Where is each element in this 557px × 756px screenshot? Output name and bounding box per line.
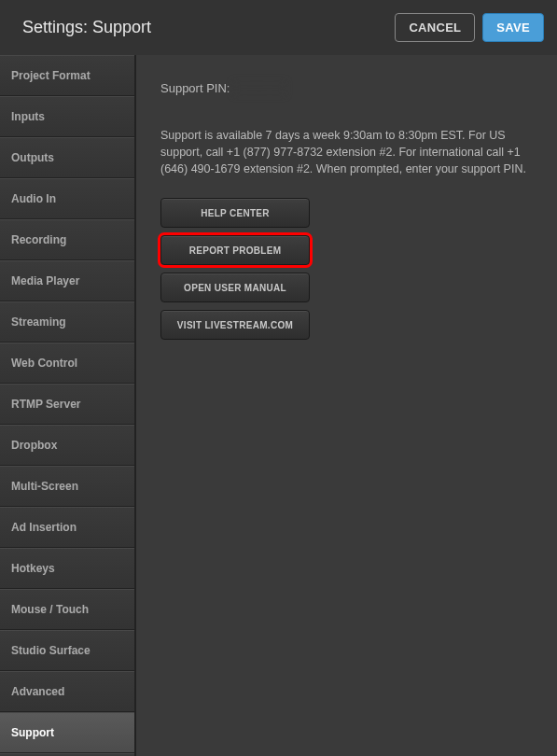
sidebar-item-studio-surface[interactable]: Studio Surface — [0, 630, 134, 671]
sidebar-item-audio-in[interactable]: Audio In — [0, 178, 134, 219]
action-buttons: HELP CENTER REPORT PROBLEM OPEN USER MAN… — [160, 198, 538, 340]
sidebar-item-multi-screen[interactable]: Multi-Screen — [0, 466, 134, 507]
sidebar-item-support[interactable]: Support — [0, 712, 134, 753]
sidebar-item-recording[interactable]: Recording — [0, 219, 134, 260]
support-pin-value: XXXXXX — [233, 81, 285, 95]
help-center-button[interactable]: HELP CENTER — [160, 198, 310, 228]
visit-livestream-button[interactable]: VISIT LIVESTREAM.COM — [160, 310, 310, 340]
support-pin-line: Support PIN: XXXXXX — [160, 81, 538, 95]
header-buttons: CANCEL SAVE — [395, 13, 544, 42]
page-title: Settings: Support — [22, 18, 151, 37]
sidebar-item-streaming[interactable]: Streaming — [0, 301, 134, 343]
sidebar-item-project-format[interactable]: Project Format — [0, 55, 134, 96]
body: Project Format Inputs Outputs Audio In R… — [0, 55, 557, 756]
support-pin-label: Support PIN: — [160, 81, 233, 95]
sidebar-item-advanced[interactable]: Advanced — [0, 671, 134, 712]
sidebar-item-outputs[interactable]: Outputs — [0, 137, 134, 178]
sidebar-item-dropbox[interactable]: Dropbox — [0, 425, 134, 466]
support-availability-text: Support is available 7 days a week 9:30a… — [160, 127, 529, 177]
cancel-button[interactable]: CANCEL — [395, 13, 475, 42]
sidebar-item-media-player[interactable]: Media Player — [0, 260, 134, 301]
sidebar-item-hotkeys[interactable]: Hotkeys — [0, 548, 134, 589]
main-panel: Support PIN: XXXXXX Support is available… — [136, 55, 557, 756]
open-user-manual-button[interactable]: OPEN USER MANUAL — [160, 273, 310, 302]
sidebar-item-inputs[interactable]: Inputs — [0, 96, 134, 137]
sidebar-item-ad-insertion[interactable]: Ad Insertion — [0, 507, 134, 548]
sidebar-item-rtmp-server[interactable]: RTMP Server — [0, 384, 134, 425]
sidebar: Project Format Inputs Outputs Audio In R… — [0, 55, 136, 756]
sidebar-item-mouse-touch[interactable]: Mouse / Touch — [0, 589, 134, 630]
sidebar-item-web-control[interactable]: Web Control — [0, 343, 134, 384]
settings-header: Settings: Support CANCEL SAVE — [0, 0, 557, 55]
save-button[interactable]: SAVE — [482, 13, 544, 42]
report-problem-button[interactable]: REPORT PROBLEM — [160, 235, 310, 265]
